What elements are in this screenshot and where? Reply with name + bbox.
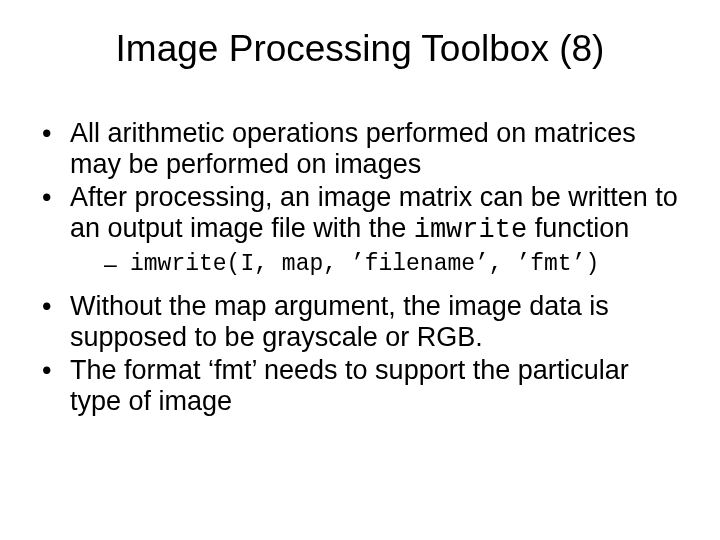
bullet-text-2b: function — [527, 213, 629, 243]
slide-title: Image Processing Toolbox (8) — [36, 28, 684, 70]
bullet-list: All arithmetic operations performed on m… — [36, 118, 684, 417]
sub-bullet-item-1: imwrite(I, map, ’filename’, ’fmt’) — [104, 250, 684, 279]
bullet-text-4: The format ‘fmt’ needs to support the pa… — [70, 355, 629, 416]
code-imwrite: imwrite — [414, 215, 527, 245]
sub-bullet-text-1: imwrite(I, map, ’filename’, ’fmt’) — [130, 251, 599, 277]
bullet-item-4: The format ‘fmt’ needs to support the pa… — [36, 355, 684, 417]
bullet-item-3: Without the map argument, the image data… — [36, 291, 684, 353]
slide: Image Processing Toolbox (8) All arithme… — [0, 0, 720, 540]
sub-bullet-list: imwrite(I, map, ’filename’, ’fmt’) — [70, 250, 684, 279]
bullet-text-3: Without the map argument, the image data… — [70, 291, 609, 352]
bullet-item-2: After processing, an image matrix can be… — [36, 182, 684, 279]
bullet-item-1: All arithmetic operations performed on m… — [36, 118, 684, 180]
bullet-text-1: All arithmetic operations performed on m… — [70, 118, 636, 179]
